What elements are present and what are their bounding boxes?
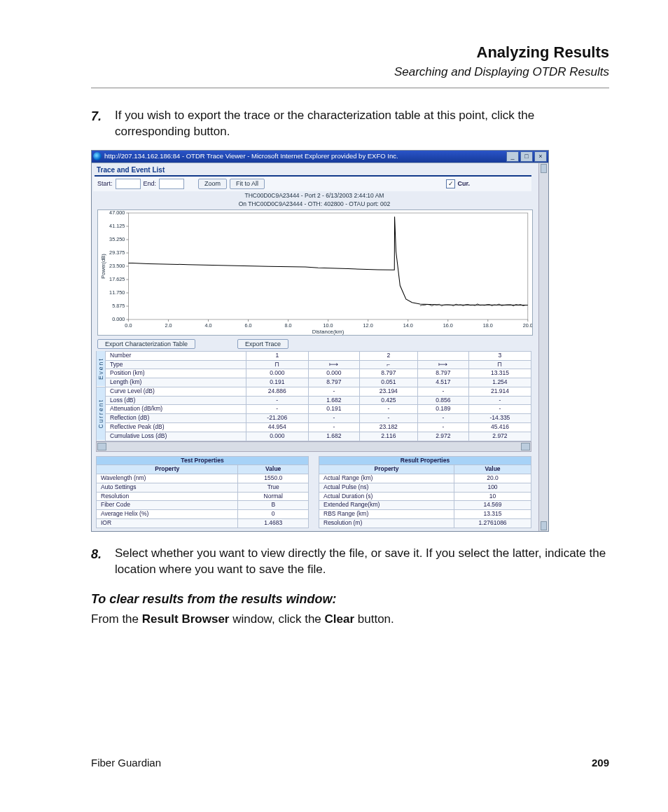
otdr-screenshot: http://207.134.162.186:84 - OTDR Trace V… [91,150,549,532]
minimize-button[interactable]: _ [506,151,519,162]
test-properties-table: Test PropertiesPropertyValueWavelength (… [96,456,309,528]
start-label: Start: [97,180,113,187]
svg-text:29.375: 29.375 [109,250,125,256]
close-button[interactable]: × [534,151,547,162]
svg-text:18.0: 18.0 [483,323,493,329]
svg-text:14.0: 14.0 [403,323,413,329]
chart-caption-2: On THC00D0C9A23444 - OTH: 402800 - OTAU … [97,201,531,208]
step-8-text: Select whether you want to view directly… [115,546,609,578]
vertical-scrollbar[interactable] [538,163,548,531]
checkbox-icon: ✓ [446,179,455,188]
fit-to-all-button[interactable]: Fit to All [230,179,265,188]
otdr-trace-chart: 0.02.04.06.08.010.012.014.016.018.020.00… [97,209,533,336]
svg-text:12.0: 12.0 [363,323,373,329]
svg-text:8.0: 8.0 [285,323,292,329]
chapter-subtitle: Searching and Displaying OTDR Results [91,64,609,81]
window-titlebar: http://207.134.162.186:84 - OTDR Trace V… [92,151,548,163]
svg-text:16.0: 16.0 [443,323,453,329]
svg-text:5.875: 5.875 [112,303,125,309]
svg-text:20.0: 20.0 [523,323,533,329]
step-7-text: If you wish to export the trace or the c… [115,108,609,140]
step-8-number: 8. [91,546,115,578]
window-title: http://207.134.162.186:84 - OTDR Trace V… [104,153,398,160]
svg-text:41.125: 41.125 [109,223,125,229]
footer-page-number: 209 [592,756,609,770]
characterization-table: EventNumber123Type⊓⟼⌐⟼⊓Position (km)0.00… [96,351,531,441]
end-label: End: [144,180,157,187]
svg-text:10.0: 10.0 [323,323,333,329]
export-characterization-button[interactable]: Export Characterization Table [97,339,195,349]
clear-results-heading: To clear results from the results window… [91,591,609,607]
end-input[interactable] [159,179,184,189]
ie-icon [93,152,102,160]
svg-rect-0 [128,213,527,319]
svg-text:11.750: 11.750 [109,290,125,296]
svg-text:23.500: 23.500 [109,263,125,269]
svg-text:2.0: 2.0 [165,323,172,329]
cur-checkbox[interactable]: ✓ Cur. [446,179,470,188]
svg-text:Power(dB): Power(dB) [100,253,106,278]
result-properties-table: Result PropertiesPropertyValueActual Ran… [319,456,531,528]
svg-text:35.250: 35.250 [109,237,125,242]
svg-text:4.0: 4.0 [204,323,211,329]
svg-text:0.0: 0.0 [125,323,132,329]
footer-product: Fiber Guardian [91,756,161,770]
svg-text:6.0: 6.0 [244,323,251,329]
horizontal-scrollbar[interactable] [96,441,531,452]
svg-text:0.000: 0.000 [112,317,125,322]
panel-heading: Trace and Event List [95,165,531,177]
zoom-button[interactable]: Zoom [198,179,227,188]
chapter-title: Analyzing Results [91,42,609,63]
export-trace-button[interactable]: Export Trace [237,339,288,349]
header-rule [91,88,609,88]
svg-text:17.625: 17.625 [109,277,125,282]
start-input[interactable] [116,179,141,189]
svg-text:Distance(km): Distance(km) [312,329,345,335]
clear-results-text: From the Result Browser window, click th… [91,612,609,628]
chart-caption-1: THC00D0C9A23444 - Port 2 - 6/13/2003 2:4… [97,193,531,200]
cur-label: Cur. [457,180,470,187]
step-7-number: 7. [91,108,115,140]
maximize-button[interactable]: □ [520,151,533,162]
svg-text:47.000: 47.000 [109,210,125,216]
